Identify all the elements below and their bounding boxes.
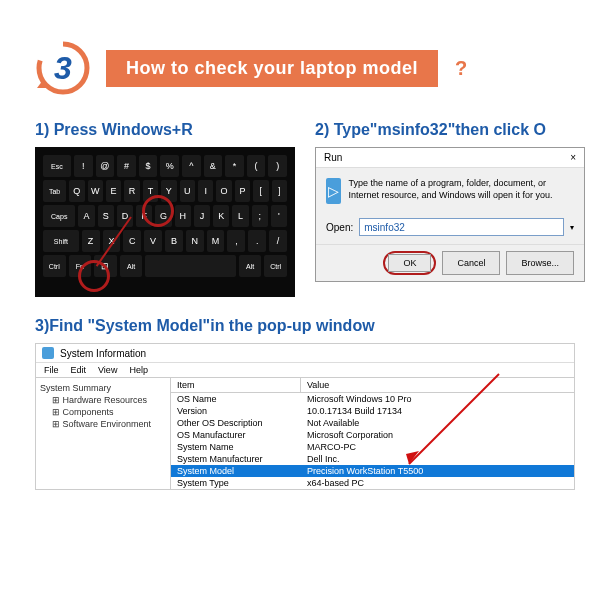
tree-item[interactable]: ⊞ Components <box>40 406 166 418</box>
menu-edit[interactable]: Edit <box>71 365 87 375</box>
system-information-window: System Information FileEditViewHelp Syst… <box>35 343 575 490</box>
cancel-button[interactable]: Cancel <box>442 251 500 275</box>
step-number: 3 <box>54 50 72 87</box>
red-arrow <box>394 369 514 479</box>
tree-item[interactable]: ⊞ Software Environment <box>40 418 166 430</box>
svg-line-2 <box>409 374 499 464</box>
ok-button[interactable]: OK <box>388 254 431 272</box>
dropdown-icon[interactable]: ▾ <box>570 223 574 232</box>
tree-root[interactable]: System Summary <box>40 382 166 394</box>
sysinfo-icon <box>42 347 54 359</box>
windows-key-highlight-circle <box>78 260 110 292</box>
column-item: Item <box>171 378 301 392</box>
run-input[interactable] <box>359 218 564 236</box>
menu-view[interactable]: View <box>98 365 117 375</box>
run-description: Type the name of a program, folder, docu… <box>349 178 575 201</box>
question-mark: ? <box>455 57 467 80</box>
open-label: Open: <box>326 222 353 233</box>
menu-file[interactable]: File <box>44 365 59 375</box>
header-banner: How to check your laptop model <box>106 50 438 87</box>
sysinfo-title: System Information <box>60 348 146 359</box>
r-key-highlight-circle <box>142 195 174 227</box>
svg-marker-3 <box>406 451 419 464</box>
menu-help[interactable]: Help <box>129 365 148 375</box>
tree-panel: System Summary ⊞ Hardware Resources⊞ Com… <box>36 378 171 489</box>
step1-title: 1) Press Windows+R <box>35 121 295 139</box>
run-dialog: Run × ▷ Type the name of a program, fold… <box>315 147 585 282</box>
close-button[interactable]: × <box>570 152 576 163</box>
step-circle: 3 <box>35 40 91 96</box>
run-icon: ▷ <box>326 178 341 204</box>
tree-item[interactable]: ⊞ Hardware Resources <box>40 394 166 406</box>
run-dialog-title: Run <box>324 152 342 163</box>
ok-highlight-circle: OK <box>383 251 436 275</box>
browse-button[interactable]: Browse... <box>506 251 574 275</box>
tutorial-header: 3 How to check your laptop model ? <box>35 40 575 96</box>
step2-title: 2) Type"msinfo32"then click O <box>315 121 585 139</box>
keyboard-illustration: Esc!@#$%^&*() TabQWERTYUIOP[] CapsASDFGH… <box>35 147 295 297</box>
step3-title: 3)Find "System Model"in the pop-up windo… <box>35 317 575 335</box>
